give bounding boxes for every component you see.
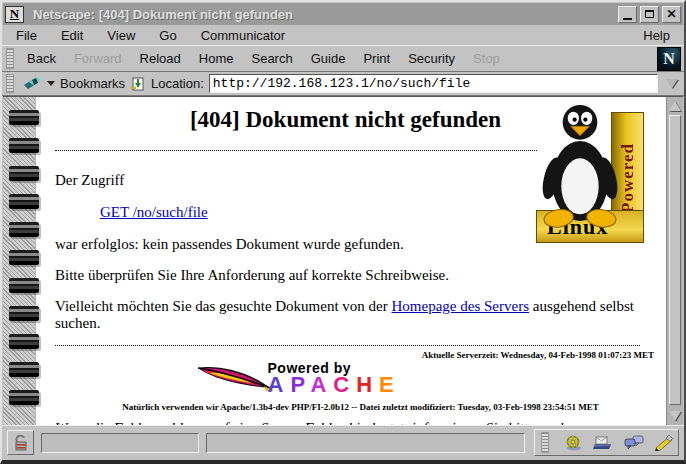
apache-letter: H [356,372,379,397]
footer-note: Wenn die Fehlermeldung auf eine Server-F… [55,418,666,425]
binding-ring-icon [9,306,39,321]
apache-letter: A [268,372,291,397]
binding-ring-icon [9,250,39,265]
toolbar-grip-handle[interactable] [6,48,14,69]
security-lock-button[interactable] [7,430,34,455]
binding-ring-icon [9,278,39,293]
back-button[interactable]: Back [18,47,65,70]
homepage-link[interactable]: Homepage des Servers [392,298,529,314]
netscape-window: N Netscape: [404] Dokument nicht gefunde… [0,0,686,464]
menu-file[interactable]: File [16,28,37,43]
discussions-icon[interactable] [624,435,644,451]
binding-ring-icon [9,222,39,237]
apache-letter: C [333,372,356,397]
menu-view[interactable]: View [107,28,135,43]
minimize-icon [623,18,632,20]
error-page: [404] Dokument nicht gefunden Der Zugrif… [37,97,666,425]
vertical-scrollbar[interactable] [666,97,683,425]
locationbar-grip-handle[interactable] [6,74,14,93]
suggest-pre: Vielleicht möchten Sie das gesuchte Doku… [55,298,392,314]
linux-powered-badge: Powered Linux [536,107,644,243]
componentbar-grip-handle[interactable] [541,432,549,453]
title-bar: N Netscape: [404] Dokument nicht gefunde… [3,3,683,25]
guide-button[interactable]: Guide [302,47,355,70]
apache-wordmark: APACHE [268,374,401,396]
badge-powered-label: Powered [618,143,638,213]
close-button[interactable]: ✕ [662,6,681,23]
open-lock-icon [13,435,29,451]
search-button[interactable]: Search [242,47,301,70]
chevron-down-icon [666,79,678,88]
url-input[interactable] [209,74,658,93]
server-info: Natürlich verwenden wir Apache/1.3b4-dev… [55,402,666,412]
menu-bar: File Edit View Go Communicator Help [2,26,684,45]
footer-line1: Wenn die Fehlermeldung auf eine Server-F… [55,420,567,425]
menu-help[interactable]: Help [643,28,670,43]
location-drag-icon[interactable] [130,76,146,92]
netscape-logo[interactable]: N [657,47,681,71]
close-icon: ✕ [666,8,676,20]
minimize-button[interactable] [618,6,637,23]
status-message-field [206,433,525,453]
print-button[interactable]: Print [354,47,399,70]
browser-viewport: [404] Dokument nicht gefunden Der Zugrif… [3,96,683,425]
binding-ring-icon [9,110,39,125]
apache-logo: Powered by APACHE [196,360,526,398]
apache-feather-icon [196,362,274,396]
menu-edit[interactable]: Edit [61,28,83,43]
maximize-icon [645,10,654,18]
navigation-toolbar: Back Forward Reload Home Search Guide Pr… [2,45,684,72]
navigator-wheel-icon[interactable] [564,434,582,452]
binding-ring-icon [9,166,39,181]
composer-icon[interactable] [655,435,673,451]
bookmarks-dropdown-icon[interactable] [47,81,55,86]
binding-ring-icon [9,334,39,349]
home-button[interactable]: Home [190,47,243,70]
window-title: Netscape: [404] Dokument nicht gefunden [33,7,615,22]
spiral-binding [3,97,36,425]
url-history-dropdown[interactable] [663,74,680,94]
binding-ring-icon [9,390,39,405]
component-bar [534,429,679,456]
menu-communicator[interactable]: Communicator [201,28,286,43]
reload-button[interactable]: Reload [131,47,190,70]
server-time: Aktuelle Serverzeit: Wednesday, 04-Feb-1… [55,350,654,360]
bookmarks-label[interactable]: Bookmarks [60,76,125,91]
maximize-button[interactable] [640,6,659,23]
divider [55,150,537,151]
apache-letter: A [310,372,333,397]
tux-penguin-icon [540,101,620,229]
forward-button: Forward [65,47,131,70]
status-bar [2,425,684,459]
location-label: Location: [151,76,204,91]
advice-text: Bitte überprüfen Sie Ihre Anforderung au… [55,267,666,284]
binding-ring-icon [9,362,39,377]
suggest-text: Vielleicht möchten Sie das gesuchte Doku… [55,298,666,332]
stop-button: Stop [464,47,509,70]
apache-letter: E [379,372,401,397]
bookmarks-icon[interactable] [23,76,43,92]
netscape-window-icon: N [5,6,24,23]
mailbox-icon[interactable] [593,435,613,451]
scroll-down-icon[interactable] [669,411,681,421]
scroll-up-icon[interactable] [669,101,681,111]
security-button[interactable]: Security [399,47,464,70]
request-link[interactable]: GET /no/such/file [100,204,208,220]
location-bar: Bookmarks Location: [2,72,684,96]
binding-ring-icon [9,138,39,153]
scrollbar-thumb[interactable] [669,115,681,405]
binding-ring-icon [9,194,39,209]
divider [55,345,640,346]
status-field [41,433,199,453]
menu-go[interactable]: Go [159,28,176,43]
apache-letter: P [290,372,310,397]
